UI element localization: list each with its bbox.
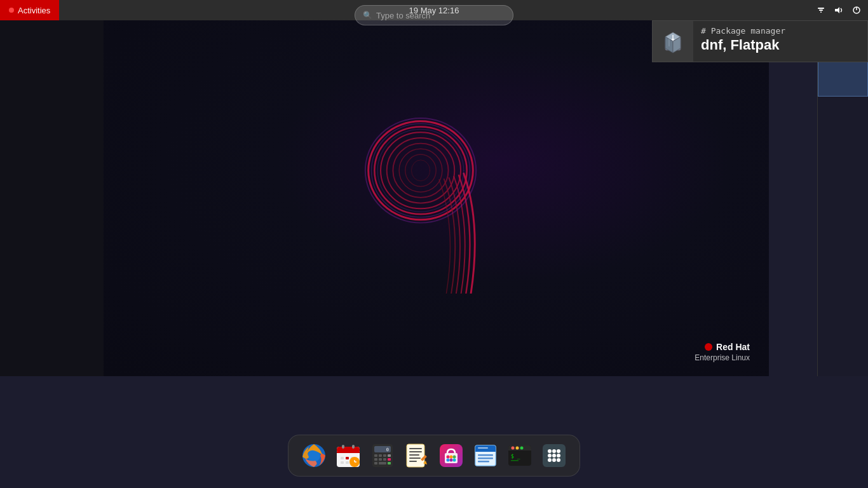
rhel-logo bbox=[332, 97, 522, 300]
svg-point-65 bbox=[453, 456, 456, 459]
svg-text:0: 0 bbox=[386, 447, 389, 452]
dock-item-text-editor[interactable] bbox=[402, 440, 432, 471]
dock: 0 bbox=[288, 435, 580, 477]
search-icon: 🔍 bbox=[363, 11, 372, 20]
svg-marker-3 bbox=[835, 7, 839, 13]
redhat-brand: Red Hat Enterprise Linux bbox=[695, 341, 750, 363]
svg-point-66 bbox=[447, 459, 450, 462]
svg-rect-42 bbox=[374, 454, 377, 457]
svg-point-92 bbox=[552, 458, 556, 462]
volume-icon[interactable] bbox=[832, 4, 845, 17]
package-tooltip: # Package manager dnf, Flatpak bbox=[652, 20, 868, 62]
svg-point-10 bbox=[393, 144, 448, 198]
svg-rect-52 bbox=[388, 462, 391, 464]
svg-rect-46 bbox=[374, 458, 377, 461]
activities-button[interactable]: Activities bbox=[0, 0, 59, 20]
svg-rect-43 bbox=[379, 454, 382, 457]
svg-point-7 bbox=[374, 126, 466, 214]
svg-point-79 bbox=[512, 447, 515, 450]
tooltip-title: # Package manager bbox=[701, 26, 860, 36]
svg-point-81 bbox=[520, 447, 524, 450]
svg-point-14 bbox=[365, 118, 475, 223]
svg-rect-35 bbox=[346, 461, 349, 464]
dock-item-files[interactable] bbox=[470, 440, 501, 471]
svg-rect-83 bbox=[511, 460, 519, 461]
svg-point-6 bbox=[368, 121, 473, 220]
desktop: Red Hat Enterprise Linux bbox=[0, 20, 868, 488]
svg-text:$ _: $ _ bbox=[511, 454, 520, 459]
system-tray bbox=[815, 0, 863, 20]
dock-item-calculator[interactable]: 0 bbox=[367, 440, 398, 471]
svg-point-67 bbox=[450, 459, 453, 462]
svg-rect-54 bbox=[409, 448, 422, 449]
svg-point-87 bbox=[557, 449, 560, 453]
svg-rect-74 bbox=[478, 461, 489, 463]
redhat-dot bbox=[705, 343, 712, 351]
svg-rect-78 bbox=[508, 449, 531, 451]
left-workspace-panel bbox=[0, 20, 104, 376]
svg-rect-72 bbox=[478, 454, 493, 456]
svg-rect-29 bbox=[342, 445, 344, 449]
svg-rect-48 bbox=[383, 458, 386, 461]
svg-point-16 bbox=[377, 129, 464, 212]
svg-rect-55 bbox=[409, 451, 422, 452]
svg-rect-51 bbox=[379, 462, 386, 464]
brand-sub: Enterprise Linux bbox=[695, 353, 750, 363]
svg-rect-31 bbox=[341, 457, 344, 459]
svg-rect-71 bbox=[475, 450, 496, 452]
svg-rect-30 bbox=[352, 445, 355, 449]
svg-point-63 bbox=[447, 456, 450, 459]
svg-point-64 bbox=[450, 456, 453, 459]
svg-rect-49 bbox=[388, 458, 391, 461]
svg-rect-0 bbox=[818, 8, 824, 9]
svg-rect-45 bbox=[388, 454, 391, 457]
svg-point-85 bbox=[548, 449, 552, 453]
dock-item-calendar[interactable] bbox=[333, 440, 363, 471]
tooltip-content: # Package manager dnf, Flatpak bbox=[693, 21, 867, 62]
search-input[interactable] bbox=[376, 11, 505, 20]
svg-rect-32 bbox=[346, 457, 349, 459]
brand-name: Red Hat bbox=[716, 341, 750, 353]
svg-rect-1 bbox=[819, 10, 823, 11]
svg-rect-75 bbox=[478, 447, 488, 449]
dock-item-terminal[interactable]: $ _ bbox=[505, 440, 535, 471]
svg-rect-34 bbox=[341, 461, 344, 464]
svg-point-93 bbox=[557, 458, 560, 462]
svg-point-91 bbox=[548, 458, 552, 462]
dock-item-software[interactable] bbox=[436, 440, 466, 471]
svg-rect-47 bbox=[379, 458, 382, 461]
svg-rect-73 bbox=[478, 458, 493, 459]
tooltip-icon bbox=[653, 21, 693, 62]
svg-point-12 bbox=[405, 154, 435, 186]
activities-label: Activities bbox=[18, 6, 50, 15]
svg-point-68 bbox=[453, 459, 456, 462]
search-container: 🔍 bbox=[355, 5, 513, 25]
svg-rect-44 bbox=[383, 454, 386, 457]
svg-rect-57 bbox=[409, 458, 421, 459]
workspace-indicator bbox=[817, 20, 868, 376]
svg-rect-56 bbox=[409, 454, 419, 456]
dock-item-app-grid[interactable] bbox=[539, 440, 569, 471]
svg-point-88 bbox=[548, 454, 552, 458]
svg-point-80 bbox=[516, 447, 519, 450]
svg-point-9 bbox=[386, 138, 454, 203]
network-icon[interactable] bbox=[815, 4, 827, 17]
tooltip-value: dnf, Flatpak bbox=[701, 37, 860, 53]
svg-rect-58 bbox=[409, 461, 417, 462]
svg-point-90 bbox=[557, 454, 560, 458]
svg-point-89 bbox=[552, 454, 556, 458]
svg-point-13 bbox=[411, 160, 430, 181]
svg-point-86 bbox=[552, 449, 556, 453]
activities-dot bbox=[9, 8, 14, 13]
wallpaper: Red Hat Enterprise Linux bbox=[104, 20, 769, 376]
search-bar[interactable]: 🔍 bbox=[355, 5, 513, 25]
svg-rect-50 bbox=[374, 462, 377, 464]
svg-rect-2 bbox=[820, 11, 822, 13]
power-icon[interactable] bbox=[850, 4, 863, 17]
dock-item-firefox[interactable] bbox=[299, 440, 329, 471]
svg-rect-28 bbox=[337, 452, 360, 453]
